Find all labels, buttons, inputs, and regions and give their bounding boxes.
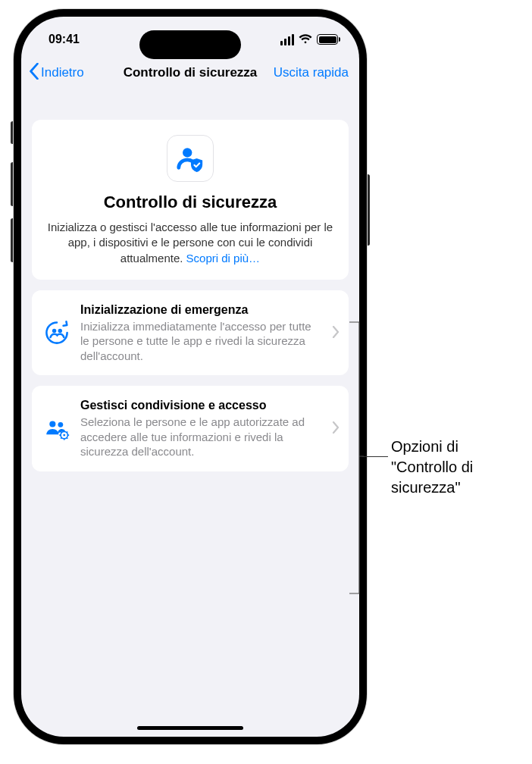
callout-leader-line [362,456,388,458]
svg-point-3 [49,421,55,427]
emergency-reset-option[interactable]: Inizializzazione di emergenza Inizializz… [32,290,349,376]
hero-title: Controllo di sicurezza [44,193,336,212]
hero-card: Controllo di sicurezza Inizializza o ges… [32,120,349,280]
safety-check-icon [167,135,214,182]
svg-point-2 [58,329,62,333]
hero-description: Inizializza o gestisci l'accesso alle tu… [44,220,336,266]
home-indicator [137,726,243,730]
chevron-left-icon [29,63,39,83]
phone-frame: 09:41 Indietro [14,9,367,744]
svg-point-7 [63,434,65,436]
emergency-reset-icon [42,320,71,346]
learn-more-link[interactable]: Scopri di più… [186,252,261,265]
dynamic-island [139,30,241,59]
chevron-right-icon [330,324,341,342]
emergency-reset-title: Inizializzazione di emergenza [80,302,321,318]
status-time: 09:41 [49,33,80,46]
quick-exit-button[interactable]: Uscita rapida [274,56,349,89]
svg-point-0 [183,148,192,157]
back-button[interactable]: Indietro [29,56,84,89]
navigation-bar: Indietro Controllo di sicurezza Uscita r… [21,56,359,89]
manage-sharing-title: Gestisci condivisione e accesso [80,398,321,413]
screen: 09:41 Indietro [21,17,359,737]
nav-title: Controllo di sicurezza [124,65,258,80]
manage-sharing-description: Seleziona le persone e le app autorizzat… [80,415,321,459]
svg-point-4 [58,421,63,427]
quick-exit-label: Uscita rapida [274,65,349,80]
manage-sharing-icon [42,416,71,442]
back-label: Indietro [41,65,84,80]
emergency-reset-description: Inizializza immediatamente l'accesso per… [80,319,321,364]
content-area: Controllo di sicurezza Inizializza o ges… [21,89,359,471]
callout-bracket [349,321,364,594]
battery-icon [317,34,338,45]
manage-sharing-option[interactable]: Gestisci condivisione e accesso Selezion… [32,386,349,471]
callout-label: Opzioni di "Controllo di sicurezza" [391,437,520,498]
cellular-signal-icon [280,34,294,45]
wifi-icon [299,34,312,45]
chevron-right-icon [330,420,341,437]
svg-point-1 [52,329,56,333]
